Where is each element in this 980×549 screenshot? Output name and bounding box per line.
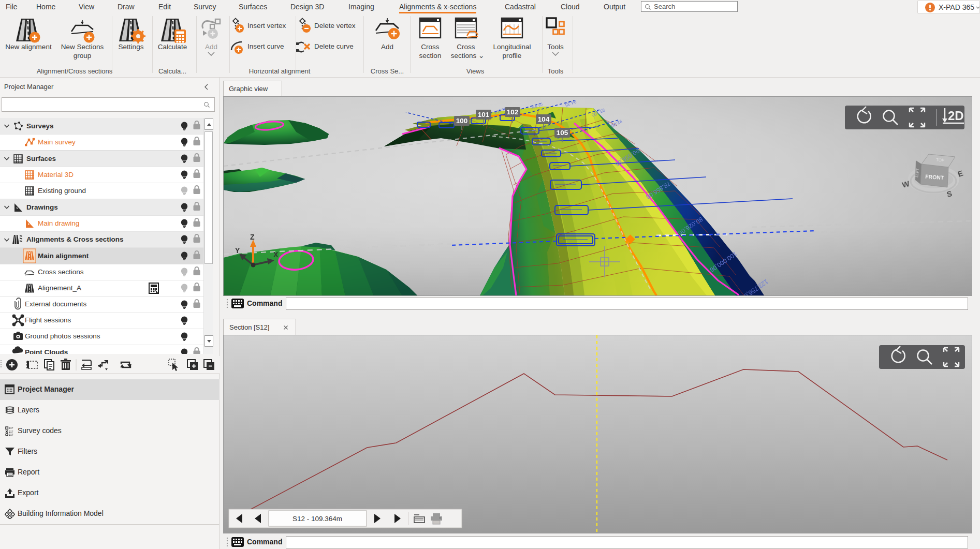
svg-text:Calculate: Calculate xyxy=(158,43,187,51)
svg-text:102: 102 xyxy=(507,108,519,116)
svg-text:Tools: Tools xyxy=(548,67,564,75)
svg-text:104: 104 xyxy=(538,115,550,123)
svg-text:Y: Y xyxy=(235,246,240,255)
svg-text:Ground photos sessions: Ground photos sessions xyxy=(25,332,100,340)
svg-text:External documents: External documents xyxy=(25,300,87,308)
svg-text:profile: profile xyxy=(503,52,522,60)
svg-text:sections ⌄: sections ⌄ xyxy=(451,52,485,60)
svg-text:Insert vertex: Insert vertex xyxy=(247,22,286,29)
svg-text:Alignment/Cross sections: Alignment/Cross sections xyxy=(37,67,113,75)
svg-text:Longitudinal: Longitudinal xyxy=(493,43,531,51)
svg-text:101: 101 xyxy=(478,111,490,118)
svg-text:Add: Add xyxy=(205,43,217,51)
svg-text:105: 105 xyxy=(557,129,568,137)
svg-text:2D: 2D xyxy=(948,109,964,123)
svg-text:S12 - 109.364m: S12 - 109.364m xyxy=(292,515,342,523)
svg-text:X: X xyxy=(273,250,279,259)
svg-text:Main drawing: Main drawing xyxy=(38,219,79,227)
svg-text:Horizontal alignment: Horizontal alignment xyxy=(249,67,311,75)
svg-text:Main survey: Main survey xyxy=(38,138,76,146)
svg-text:section: section xyxy=(419,52,442,60)
svg-text:Cross sections: Cross sections xyxy=(38,268,84,276)
svg-text:Drawings: Drawings xyxy=(26,203,58,211)
svg-text:Delete curve: Delete curve xyxy=(314,42,354,50)
svg-text:New alignment: New alignment xyxy=(5,43,52,51)
svg-text:FRONT: FRONT xyxy=(925,173,944,181)
svg-text:Surfaces: Surfaces xyxy=(26,155,56,162)
svg-text:Surveys: Surveys xyxy=(26,122,54,130)
svg-text:Z: Z xyxy=(250,233,255,241)
svg-text:Tools: Tools xyxy=(547,43,564,51)
svg-text:Point Clouds: Point Clouds xyxy=(25,348,68,354)
svg-text:group: group xyxy=(74,52,92,60)
svg-text:Cross: Cross xyxy=(457,43,475,51)
svg-text:Add: Add xyxy=(381,43,393,51)
svg-text:Settings: Settings xyxy=(119,43,144,51)
svg-text:100: 100 xyxy=(456,117,468,125)
svg-text:Delete vertex: Delete vertex xyxy=(314,22,356,29)
svg-text:Flight sessions: Flight sessions xyxy=(25,316,71,324)
svg-text:Existing ground: Existing ground xyxy=(38,187,86,195)
svg-text:Calcula...: Calcula... xyxy=(158,67,186,75)
svg-text:Views: Views xyxy=(466,67,485,75)
svg-text:Insert curve: Insert curve xyxy=(247,42,284,50)
svg-text:New Sections: New Sections xyxy=(61,43,104,51)
svg-text:Cross: Cross xyxy=(421,43,440,51)
svg-text:Alignments & Cross sections: Alignments & Cross sections xyxy=(26,235,124,243)
svg-text:Main alignment: Main alignment xyxy=(38,252,89,260)
svg-text:TOP: TOP xyxy=(936,157,945,162)
svg-text:Cross Se...: Cross Se... xyxy=(371,67,404,75)
svg-text:Alignement_A: Alignement_A xyxy=(38,284,81,292)
svg-text:Material 3D: Material 3D xyxy=(38,171,74,179)
